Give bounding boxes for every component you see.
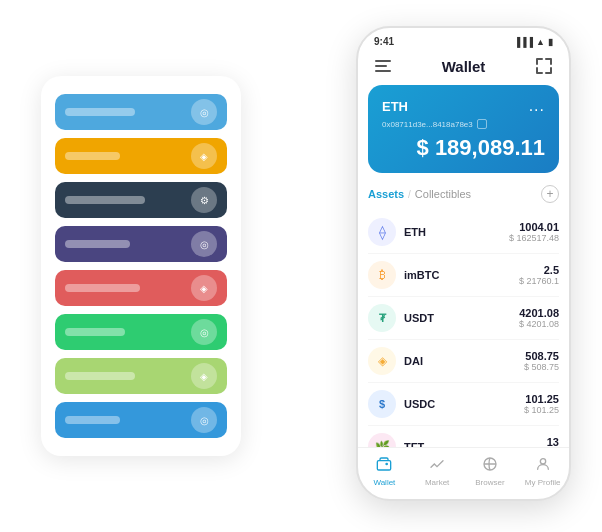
nav-item-browser[interactable]: Browser <box>464 456 517 487</box>
asset-usd-usdt: $ 4201.08 <box>519 319 559 329</box>
status-icons: ▐▐▐ ▲ ▮ <box>514 37 553 47</box>
asset-amounts-eth: 1004.01 $ 162517.48 <box>509 221 559 243</box>
card-item-8[interactable]: ◎ <box>55 402 227 438</box>
asset-amounts-usdt: 4201.08 $ 4201.08 <box>519 307 559 329</box>
card-item-5[interactable]: ◈ <box>55 270 227 306</box>
asset-amounts-usdc: 101.25 $ 101.25 <box>524 393 559 415</box>
asset-usd-usdc: $ 101.25 <box>524 405 559 415</box>
tab-collectibles[interactable]: Collectibles <box>415 188 471 200</box>
card-item-3[interactable]: ⚙ <box>55 182 227 218</box>
card-label-5 <box>65 284 140 292</box>
page-title: Wallet <box>394 58 533 75</box>
battery-icon: ▮ <box>548 37 553 47</box>
svg-point-5 <box>540 459 545 464</box>
status-bar: 9:41 ▐▐▐ ▲ ▮ <box>358 28 569 51</box>
asset-item-imbtc[interactable]: ₿ imBTC 2.5 $ 21760.1 <box>368 254 559 297</box>
wifi-icon: ▲ <box>536 37 545 47</box>
asset-amount-usdc: 101.25 <box>524 393 559 405</box>
card-icon-6: ◎ <box>191 319 217 345</box>
usdc-icon: $ <box>368 390 396 418</box>
eth-card-top: ETH ... <box>382 97 545 115</box>
imbtc-icon: ₿ <box>368 261 396 289</box>
asset-name-usdc: USDC <box>404 398 524 410</box>
asset-item-usdt[interactable]: ₮ USDT 4201.08 $ 4201.08 <box>368 297 559 340</box>
asset-amount-imbtc: 2.5 <box>519 264 559 276</box>
phone-content: ETH ... 0x08711d3e...8418a78e3 $ 189,089… <box>358 85 569 447</box>
card-icon-4: ◎ <box>191 231 217 257</box>
asset-name-dai: DAI <box>404 355 524 367</box>
assets-tabs: Assets / Collectibles <box>368 188 471 200</box>
card-icon-3: ⚙ <box>191 187 217 213</box>
card-icon-7: ◈ <box>191 363 217 389</box>
menu-icon[interactable] <box>372 55 394 77</box>
asset-name-imbtc: imBTC <box>404 269 519 281</box>
tft-icon: 🌿 <box>368 433 396 447</box>
dai-icon: ◈ <box>368 347 396 375</box>
eth-card-name: ETH <box>382 99 408 114</box>
eth-card[interactable]: ETH ... 0x08711d3e...8418a78e3 $ 189,089… <box>368 85 559 173</box>
nav-browser-icon <box>482 456 498 476</box>
card-icon-5: ◈ <box>191 275 217 301</box>
nav-wallet-icon <box>376 456 392 476</box>
card-label-4 <box>65 240 130 248</box>
card-icon-2: ◈ <box>191 143 217 169</box>
nav-item-market[interactable]: Market <box>411 456 464 487</box>
card-icon-8: ◎ <box>191 407 217 433</box>
asset-item-dai[interactable]: ◈ DAI 508.75 $ 508.75 <box>368 340 559 383</box>
expand-icon[interactable] <box>533 55 555 77</box>
svg-rect-3 <box>378 461 391 470</box>
usdt-icon: ₮ <box>368 304 396 332</box>
nav-item-wallet[interactable]: Wallet <box>358 456 411 487</box>
card-label-2 <box>65 152 120 160</box>
asset-usd-imbtc: $ 21760.1 <box>519 276 559 286</box>
tab-separator: / <box>408 189 411 200</box>
eth-card-balance: $ 189,089.11 <box>382 135 545 161</box>
bottom-nav: Wallet Market Browser My Profile <box>358 447 569 499</box>
nav-market-label: Market <box>425 478 449 487</box>
tab-assets[interactable]: Assets <box>368 188 404 200</box>
nav-item-profile[interactable]: My Profile <box>516 456 569 487</box>
asset-amount-dai: 508.75 <box>524 350 559 362</box>
eth-icon: ⟠ <box>368 218 396 246</box>
card-item-7[interactable]: ◈ <box>55 358 227 394</box>
signal-icon: ▐▐▐ <box>514 37 533 47</box>
phone-header: Wallet <box>358 51 569 85</box>
card-item-4[interactable]: ◎ <box>55 226 227 262</box>
scene: ◎ ◈ ⚙ ◎ ◈ ◎ ◈ ◎ <box>21 16 581 516</box>
card-label-8 <box>65 416 120 424</box>
phone-frame: 9:41 ▐▐▐ ▲ ▮ Wallet ETH ... <box>356 26 571 501</box>
status-time: 9:41 <box>374 36 394 47</box>
svg-rect-0 <box>375 60 391 62</box>
asset-item-usdc[interactable]: $ USDC 101.25 $ 101.25 <box>368 383 559 426</box>
card-item-2[interactable]: ◈ <box>55 138 227 174</box>
card-stack: ◎ ◈ ⚙ ◎ ◈ ◎ ◈ ◎ <box>41 76 241 456</box>
card-label-3 <box>65 196 145 204</box>
copy-icon[interactable] <box>477 119 487 129</box>
card-icon-1: ◎ <box>191 99 217 125</box>
card-item-6[interactable]: ◎ <box>55 314 227 350</box>
asset-item-eth[interactable]: ⟠ ETH 1004.01 $ 162517.48 <box>368 211 559 254</box>
svg-rect-2 <box>375 70 391 72</box>
nav-browser-label: Browser <box>475 478 504 487</box>
card-label-7 <box>65 372 135 380</box>
nav-market-icon <box>429 456 445 476</box>
eth-card-menu[interactable]: ... <box>529 97 545 115</box>
asset-usd-eth: $ 162517.48 <box>509 233 559 243</box>
eth-card-address: 0x08711d3e...8418a78e3 <box>382 119 545 129</box>
asset-amount-eth: 1004.01 <box>509 221 559 233</box>
assets-header: Assets / Collectibles + <box>368 185 559 203</box>
asset-amounts-tft: 13 0 <box>547 436 559 447</box>
asset-amount-tft: 13 <box>547 436 559 447</box>
asset-amount-usdt: 4201.08 <box>519 307 559 319</box>
asset-amounts-dai: 508.75 $ 508.75 <box>524 350 559 372</box>
nav-profile-icon <box>535 456 551 476</box>
asset-list: ⟠ ETH 1004.01 $ 162517.48 ₿ imBTC 2.5 $ … <box>368 211 559 447</box>
add-asset-button[interactable]: + <box>541 185 559 203</box>
asset-item-tft[interactable]: 🌿 TFT 13 0 <box>368 426 559 447</box>
card-label-6 <box>65 328 125 336</box>
card-item-1[interactable]: ◎ <box>55 94 227 130</box>
nav-wallet-label: Wallet <box>373 478 395 487</box>
asset-usd-dai: $ 508.75 <box>524 362 559 372</box>
card-label-1 <box>65 108 135 116</box>
nav-profile-label: My Profile <box>525 478 561 487</box>
